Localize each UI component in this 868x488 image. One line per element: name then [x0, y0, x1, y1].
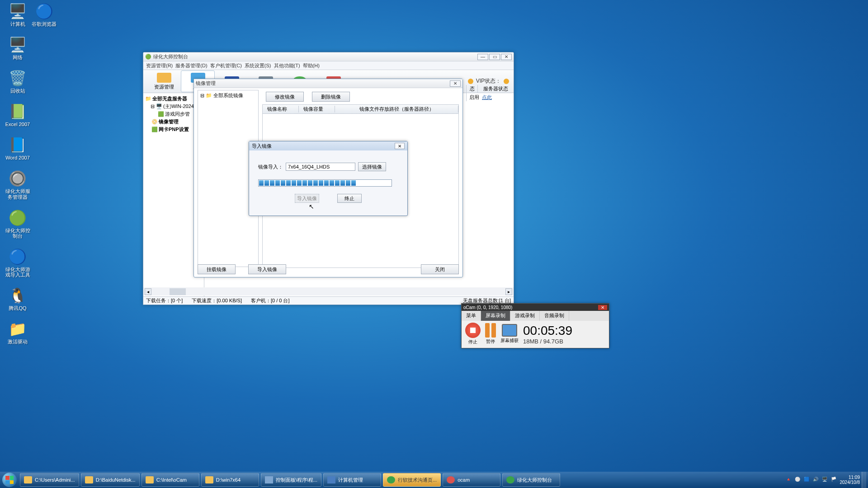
- taskbar: C:\Users\Admini... D:\BaiduNetdisk... C:…: [0, 472, 868, 488]
- desktop-icon-svcmgr[interactable]: 🔘绿化大师服务管理器: [4, 169, 32, 199]
- close-button[interactable]: 关闭: [421, 264, 459, 274]
- tray-clock[interactable]: 11:09 2024/10/8: [840, 475, 860, 485]
- desktop-label: 谷歌浏览器: [32, 21, 57, 27]
- menu-client[interactable]: 客户机管理(C): [210, 62, 242, 69]
- taskbar-item[interactable]: 计算机管理: [323, 473, 381, 487]
- menu-server[interactable]: 服务器管理(D): [175, 62, 207, 69]
- window-title: 绿化大师控制台: [153, 53, 188, 60]
- dialog-titlebar[interactable]: 导入镜像 ✕: [249, 141, 407, 150]
- ocam-titlebar[interactable]: oCam (0, 0, 1920, 1080) ✕: [462, 304, 609, 311]
- import-button[interactable]: 导入镜像: [295, 194, 319, 203]
- col-header: 服务器状态: [477, 85, 514, 93]
- sub-title: 镜像管理: [196, 80, 216, 87]
- status-dot-icon: [504, 79, 509, 84]
- taskbar-item[interactable]: 绿化大师控制台: [502, 473, 560, 487]
- import-progress-bar: [258, 179, 392, 187]
- col-image-size[interactable]: 镜像容量: [299, 106, 335, 113]
- desktop-icon-network[interactable]: 🖥️网络: [4, 36, 32, 60]
- desktop-label: 绿化大师控制台: [4, 228, 32, 239]
- tool-label: 资源管理: [154, 84, 174, 90]
- menubar: 资源管理(R) 服务器管理(D) 客户机管理(C) 系统设置(S) 其他功能(T…: [143, 61, 514, 70]
- taskbar-item[interactable]: C:\Users\Admini...: [20, 473, 79, 487]
- desktop-icon-chrome[interactable]: 🔵谷歌浏览器: [32, 2, 57, 27]
- sub-close-button[interactable]: ✕: [450, 80, 461, 87]
- stop-button[interactable]: 终止: [337, 194, 362, 203]
- tray-icon[interactable]: ⚪: [795, 477, 801, 483]
- ocam-close-button[interactable]: ✕: [598, 305, 607, 310]
- maximize-button[interactable]: ▭: [489, 54, 500, 60]
- image-path-input[interactable]: [286, 163, 355, 171]
- tab-screen[interactable]: 屏幕录制: [481, 311, 510, 321]
- tray-icon[interactable]: 🔊: [813, 477, 819, 483]
- ocam-time: 00:05:39: [523, 324, 572, 338]
- show-desktop-button[interactable]: [862, 472, 866, 488]
- desktop-icon-word[interactable]: 📘Word 2007: [4, 136, 32, 160]
- start-button[interactable]: [0, 472, 19, 488]
- desktop-icon-computer[interactable]: 🖥️计算机: [4, 2, 32, 27]
- desktop-icon-console[interactable]: 🟢绿化大师控制台: [4, 209, 32, 239]
- col-header: 态: [466, 85, 477, 93]
- dialog-close-button[interactable]: ✕: [395, 143, 405, 149]
- ocam-capture-button[interactable]: 屏幕捕获: [500, 324, 519, 344]
- modify-image-button[interactable]: 修改镜像: [266, 92, 304, 102]
- import-label: 镜像导入：: [258, 164, 283, 170]
- horizontal-scrollbar[interactable]: ◂ ▸: [143, 287, 514, 296]
- desktop-icon-gameimport[interactable]: 🔵绿化大师游戏导入工具: [4, 248, 32, 277]
- ocam-pause-button[interactable]: 暂停: [485, 323, 496, 345]
- tab-audio[interactable]: 音频录制: [540, 311, 569, 321]
- app-icon: 🟢: [145, 54, 151, 60]
- taskbar-item[interactable]: C:\Intel\oCam: [142, 473, 199, 487]
- taskbar-item[interactable]: 控制面板\程序\程...: [261, 473, 321, 487]
- taskbar-item-active[interactable]: 行软技术沟通页...: [383, 473, 441, 487]
- scroll-thumb[interactable]: [170, 288, 186, 295]
- menu-other[interactable]: 其他功能(T): [274, 62, 300, 69]
- menu-help[interactable]: 帮助(H): [303, 62, 320, 69]
- tab-game[interactable]: 游戏录制: [510, 311, 540, 321]
- sub-tree-root[interactable]: ⊟ 📁 全部系统镜像: [199, 92, 257, 99]
- right-column: 态 服务器状态 启用 点此: [466, 85, 514, 101]
- system-tray[interactable]: 🔺 ⚪ 🟦 🔊 🖥️ 🏳️ 11:09 2024/10/8: [786, 475, 862, 485]
- desktop-label: 激活驱动: [8, 339, 28, 344]
- menu-resource[interactable]: 资源管理(R): [146, 62, 173, 69]
- browse-image-button[interactable]: 选择镜像: [358, 162, 386, 171]
- scroll-right-icon[interactable]: ▸: [505, 288, 512, 295]
- desktop-label: Excel 2007: [5, 122, 30, 127]
- dialog-title: 导入镜像: [252, 143, 395, 150]
- status-tasks: 下载任务：[0 个]: [146, 297, 183, 304]
- desktop-icon-activate[interactable]: 📁激活驱动: [4, 320, 32, 344]
- tray-icon[interactable]: 🖥️: [822, 477, 828, 483]
- taskbar-item[interactable]: D:\BaiduNetdisk...: [81, 473, 140, 487]
- statusbar: 下载任务：[0 个] 下载速度：[0.00 KB/S] 客户机：[0 / 0 台…: [143, 296, 514, 305]
- tray-icon[interactable]: 🏳️: [831, 477, 837, 483]
- col-image-name[interactable]: 镜像名称: [263, 106, 299, 113]
- desktop-icon-recycle[interactable]: 🗑️回收站: [4, 69, 32, 94]
- status-clients: 客户机：[0 / 0 台]: [251, 297, 290, 304]
- tab-menu[interactable]: 菜单: [462, 311, 481, 321]
- mount-image-button[interactable]: 挂载镜像: [198, 264, 236, 274]
- import-image-button[interactable]: 导入镜像: [248, 264, 286, 274]
- titlebar[interactable]: 🟢绿化大师控制台 — ▭ ✕: [143, 52, 514, 61]
- status-click-link[interactable]: 点此: [482, 94, 492, 101]
- tool-resource[interactable]: 资源管理: [147, 70, 181, 92]
- col-image-path[interactable]: 镜像文件存放路径（服务器路径）: [335, 106, 458, 113]
- ocam-title-text: oCam (0, 0, 1920, 1080): [463, 305, 598, 310]
- taskbar-item[interactable]: D:\win7x64: [201, 473, 259, 487]
- tray-icon[interactable]: 🟦: [804, 477, 810, 483]
- ocam-window: oCam (0, 0, 1920, 1080) ✕ 菜单 屏幕录制 游戏录制 音…: [461, 303, 609, 348]
- close-button[interactable]: ✕: [501, 54, 512, 60]
- desktop-icon-excel[interactable]: 📗Excel 2007: [4, 103, 32, 127]
- menu-system[interactable]: 系统设置(S): [245, 62, 271, 69]
- desktop-label: 腾讯QQ: [9, 305, 26, 311]
- scroll-left-icon[interactable]: ◂: [145, 288, 151, 295]
- ocam-size: 18MB / 94.7GB: [523, 338, 572, 345]
- desktop-label: 回收站: [10, 88, 25, 94]
- tray-icon[interactable]: 🔺: [786, 477, 792, 483]
- ocam-stop-button[interactable]: 停止: [465, 323, 481, 345]
- desktop-label: Word 2007: [5, 155, 30, 160]
- desktop-icon-qq[interactable]: 🐧腾讯QQ: [4, 286, 32, 311]
- taskbar-item[interactable]: ocam: [443, 473, 500, 487]
- import-image-dialog: 导入镜像 ✕ 镜像导入： 选择镜像 导入镜像 终止: [249, 141, 408, 216]
- sub-titlebar[interactable]: 镜像管理 ✕: [194, 79, 462, 88]
- delete-image-button[interactable]: 删除镜像: [312, 92, 350, 102]
- minimize-button[interactable]: —: [477, 54, 488, 60]
